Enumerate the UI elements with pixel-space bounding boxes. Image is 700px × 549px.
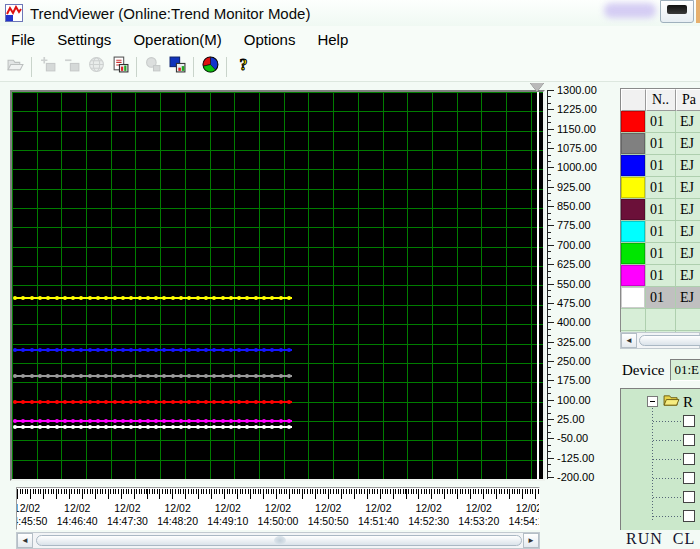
trend-point — [229, 348, 233, 352]
menu-item-options[interactable]: Options — [233, 29, 307, 50]
trend-point — [79, 400, 83, 404]
tree-connector-line — [653, 497, 683, 498]
device-combobox[interactable]: 01:E — [670, 359, 700, 381]
trend-point — [245, 348, 249, 352]
menu-item-help[interactable]: Help — [306, 29, 359, 50]
close-button-partial[interactable] — [696, 0, 700, 23]
trend-point — [196, 374, 200, 378]
channel-row[interactable]: 01EJ — [621, 243, 700, 265]
trend-point — [104, 296, 108, 300]
tree-item-checkbox[interactable] — [683, 472, 695, 484]
trend-point — [21, 400, 25, 404]
trend-plot-area[interactable] — [12, 92, 543, 479]
trend-point — [113, 348, 117, 352]
trend-point — [46, 419, 50, 423]
trend-point — [204, 348, 208, 352]
table-scroll-left-arrow[interactable]: ◄ — [621, 333, 637, 348]
trend-point — [196, 296, 200, 300]
y-axis-tick — [548, 303, 554, 304]
trend-point — [71, 400, 75, 404]
trend-point — [146, 348, 150, 352]
trend-point — [204, 400, 208, 404]
trend-point — [154, 425, 158, 429]
scroll-left-arrow[interactable]: ◄ — [17, 533, 33, 548]
trend-point — [55, 400, 59, 404]
trend-point — [146, 296, 150, 300]
trend-point — [79, 419, 83, 423]
trend-point — [30, 374, 34, 378]
trend-point — [187, 419, 191, 423]
channel-color-swatch — [621, 111, 645, 132]
trend-point — [63, 296, 67, 300]
trend-point — [121, 348, 125, 352]
time-scrollbar[interactable]: ◄ ► — [16, 532, 540, 549]
channel-row[interactable]: 01EJ — [621, 155, 700, 177]
tree-item — [621, 413, 700, 429]
scroll-thumb[interactable] — [36, 535, 522, 546]
tree-collapse-toggle[interactable] — [647, 396, 658, 407]
scroll-right-arrow[interactable]: ► — [523, 533, 539, 548]
y-axis-tick — [548, 290, 551, 291]
time-cursor-line — [537, 92, 539, 479]
menu-item-settings[interactable]: Settings — [46, 29, 122, 50]
cursor-marker-handle[interactable] — [530, 83, 544, 92]
trend-point — [270, 348, 274, 352]
trend-point — [13, 348, 17, 352]
window-layout-button[interactable] — [165, 55, 189, 79]
tree-item-checkbox[interactable] — [683, 434, 695, 446]
table-scroll-thumb[interactable] — [639, 335, 700, 346]
channel-row[interactable]: 01EJ — [621, 177, 700, 199]
color-settings-button[interactable] — [198, 55, 222, 79]
menu-item-file[interactable]: File — [0, 29, 46, 50]
trend-point — [245, 374, 249, 378]
copy-trend-data-button[interactable] — [108, 55, 132, 79]
help-about-button[interactable]: ? — [231, 55, 255, 79]
trend-point — [63, 374, 67, 378]
channel-assign-tree: R — [620, 388, 700, 530]
trend-point — [38, 425, 42, 429]
trend-point — [104, 419, 108, 423]
tree-item-checkbox[interactable] — [683, 491, 695, 503]
trend-point — [21, 374, 25, 378]
menu-item-operationm[interactable]: Operation(M) — [122, 29, 232, 50]
y-axis-tick — [548, 180, 551, 181]
empty-cell — [621, 309, 646, 331]
trend-point — [212, 374, 216, 378]
trend-point — [113, 400, 117, 404]
x-axis-label-time: 14:54:10 — [498, 515, 540, 528]
tree-item-checkbox[interactable] — [683, 510, 695, 522]
trend-point — [212, 296, 216, 300]
channel-row[interactable]: 01EJ — [621, 221, 700, 243]
trend-point — [196, 348, 200, 352]
tree-item-checkbox[interactable] — [683, 453, 695, 465]
channel-row[interactable]: 01EJ — [621, 287, 700, 309]
channel-row[interactable]: 01EJ — [621, 133, 700, 155]
channel-row-empty — [621, 309, 700, 331]
tree-item-checkbox[interactable] — [683, 415, 695, 427]
channel-no-cell: 01 — [646, 111, 676, 133]
maximize-button[interactable] — [660, 0, 694, 23]
y-axis-tick — [548, 174, 551, 175]
x-axis-ruler — [17, 489, 539, 500]
trend-point — [63, 348, 67, 352]
y-axis-tick — [548, 258, 551, 259]
trend-point — [171, 419, 175, 423]
channel-table-scrollbar[interactable]: ◄ — [620, 332, 700, 349]
channel-row[interactable]: 01EJ — [621, 111, 700, 133]
layered-squares-icon — [169, 56, 186, 77]
x-axis-label-date: 12/02 — [498, 502, 540, 515]
y-axis-tick — [548, 96, 551, 97]
channel-row[interactable]: 01EJ — [621, 199, 700, 221]
trend-point — [13, 296, 17, 300]
open-trend-file-button — [3, 55, 27, 79]
channel-row[interactable]: 01EJ — [621, 265, 700, 287]
empty-cell — [676, 309, 700, 331]
channel-no-cell: 01 — [646, 177, 676, 199]
trend-point — [237, 348, 241, 352]
menu-bar: FileSettingsOperation(M)OptionsHelp — [0, 26, 700, 53]
add-pen-button — [36, 55, 60, 79]
trend-point — [146, 400, 150, 404]
trend-point — [262, 296, 266, 300]
y-axis-tick — [548, 277, 551, 278]
channel-no-cell: 01 — [646, 221, 676, 243]
